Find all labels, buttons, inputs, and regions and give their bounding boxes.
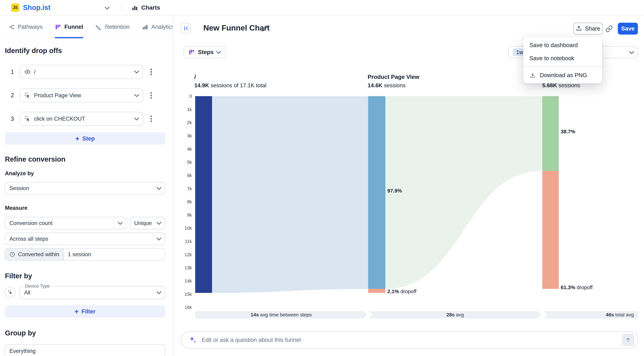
collapse-panel-icon (183, 25, 189, 32)
filter-field-value: All (24, 289, 30, 296)
y-axis-tick: 13k (184, 265, 192, 270)
steps-dropdown-button[interactable]: Steps (184, 46, 225, 59)
chevron-down-icon (135, 69, 138, 75)
save-button[interactable]: Save (618, 23, 638, 35)
click-event-icon (24, 92, 31, 99)
chevron-down-icon (630, 49, 633, 56)
tab-retention[interactable]: Retention (96, 16, 130, 38)
tab-funnel-label: Funnel (64, 24, 83, 30)
tab-retention-label: Retention (105, 24, 130, 30)
menu-separator (523, 67, 602, 67)
timing-band: 46s total avg (544, 311, 638, 318)
tab-analytics-label: Analytics (152, 24, 173, 30)
ask-ai-input[interactable] (202, 337, 617, 343)
measure-mode-select[interactable]: Unique (130, 217, 165, 229)
step-event-select[interactable]: / (20, 65, 143, 79)
topbar-divider (121, 3, 122, 12)
chevron-down-icon (135, 92, 138, 99)
menu-item-download-png[interactable]: Download as PNG (523, 69, 602, 82)
nav-charts[interactable]: Charts (132, 4, 160, 11)
group-by-select[interactable]: Everything (5, 344, 165, 356)
converted-within-control: Converted within 1 session (5, 248, 165, 260)
section-filter-by: Filter by (5, 272, 32, 280)
y-axis-tick: 12k (184, 252, 192, 257)
topbar: JS Shop.ist Charts (0, 0, 644, 16)
y-axis: 01k2k3k4k5k6k7k8k9k10k11k12k13k14k15k16k (173, 96, 192, 307)
chevron-down-icon (157, 289, 161, 296)
y-axis-tick: 14k (184, 278, 192, 283)
measure-mode-value: Unique (134, 220, 152, 226)
click-event-icon (24, 116, 31, 122)
menu-item-save-to-dashboard[interactable]: Save to dashboard (523, 39, 602, 52)
sidebar-tabs: Pathways Funnel Retention Analytics (0, 16, 172, 39)
y-axis-tick: 2k (187, 120, 192, 125)
tab-pathways[interactable]: Pathways (8, 16, 42, 38)
converted-within-toggle[interactable]: Converted within (5, 248, 64, 260)
step-number: 3 (5, 116, 20, 122)
workspace-switcher[interactable]: JS Shop.ist (11, 4, 109, 12)
filter-source-button[interactable] (5, 287, 16, 297)
add-step-label: Step (82, 135, 95, 142)
ask-submit-button[interactable] (622, 334, 634, 346)
step-event-select[interactable]: Product Page View (20, 88, 143, 102)
app-logo: JS (11, 4, 19, 12)
step-menu-button[interactable] (150, 95, 152, 96)
step-name: Product Page View (368, 74, 419, 80)
y-axis-tick: 15k (184, 292, 192, 297)
funnel-svg (195, 96, 638, 307)
sidebar: Pathways Funnel Retention Analytics Iden… (0, 16, 173, 356)
y-axis-tick: 6k (187, 173, 192, 178)
menu-item-save-to-notebook[interactable]: Save to notebook (523, 52, 602, 65)
measure-select[interactable]: Conversion count (5, 217, 126, 229)
plus-icon: + (74, 308, 78, 315)
app-window: JS Shop.ist Charts Pathways Funnel Reten… (0, 0, 644, 356)
tab-funnel[interactable]: Funnel (55, 16, 83, 38)
y-axis-tick: 11k (185, 239, 192, 244)
share-label: Share (585, 25, 600, 32)
chevron-down-icon[interactable] (105, 4, 109, 11)
bar-chart-icon (132, 4, 138, 11)
click-event-icon (8, 289, 13, 295)
measure-value: Conversion count (10, 220, 52, 226)
retention-icon (96, 24, 102, 30)
step-menu-button[interactable] (150, 71, 152, 73)
page-title: New Funnel Chart (204, 23, 270, 32)
add-filter-button[interactable]: + Filter (5, 305, 165, 318)
step-menu-button[interactable] (150, 118, 152, 120)
add-filter-label: Filter (82, 308, 96, 315)
step-event-select[interactable]: click on CHECKOUT (20, 112, 143, 126)
pencil-icon (262, 25, 268, 32)
timing-band: 14s avg time between steps (195, 311, 367, 318)
tab-analytics[interactable]: Analytics (142, 16, 173, 38)
add-step-button[interactable]: + Step (5, 132, 165, 145)
chevron-down-icon (157, 220, 161, 226)
collapse-sidebar-button[interactable] (181, 23, 191, 33)
download-icon (530, 72, 536, 78)
clock-icon (10, 251, 15, 257)
section-refine-conversion: Refine conversion (5, 155, 66, 163)
nav-charts-label: Charts (141, 4, 160, 11)
funnel-icon (188, 49, 195, 55)
share-button[interactable]: Share (574, 23, 603, 35)
conversion-label: 38.7% (561, 129, 575, 135)
app-name: Shop.ist (23, 4, 50, 12)
y-axis-tick: 5k (187, 160, 192, 165)
conversion-window-input[interactable]: 1 session (64, 248, 96, 260)
copy-link-button[interactable] (604, 24, 614, 34)
y-axis-tick: 1k (187, 107, 192, 112)
share-menu: Save to dashboard Save to notebook Downl… (523, 37, 602, 83)
timing-band: 28s avg (369, 311, 542, 318)
measure-scope-select[interactable]: Across all steps (5, 233, 165, 245)
share-icon (576, 26, 582, 32)
step-event-value: / (34, 69, 36, 75)
plus-icon: + (75, 135, 79, 142)
analytics-icon (142, 24, 148, 30)
dropoff-label: 61.3% dropoff (561, 284, 593, 290)
section-group-by: Group by (5, 329, 36, 337)
edit-title-button[interactable] (262, 25, 268, 33)
filter-device-type-select[interactable]: Device Type All (20, 286, 165, 299)
analyze-by-select[interactable]: Session (5, 182, 165, 194)
y-axis-tick: 16k (184, 305, 192, 310)
chevron-down-icon (157, 185, 161, 191)
measure-scope-value: Across all steps (10, 236, 48, 242)
